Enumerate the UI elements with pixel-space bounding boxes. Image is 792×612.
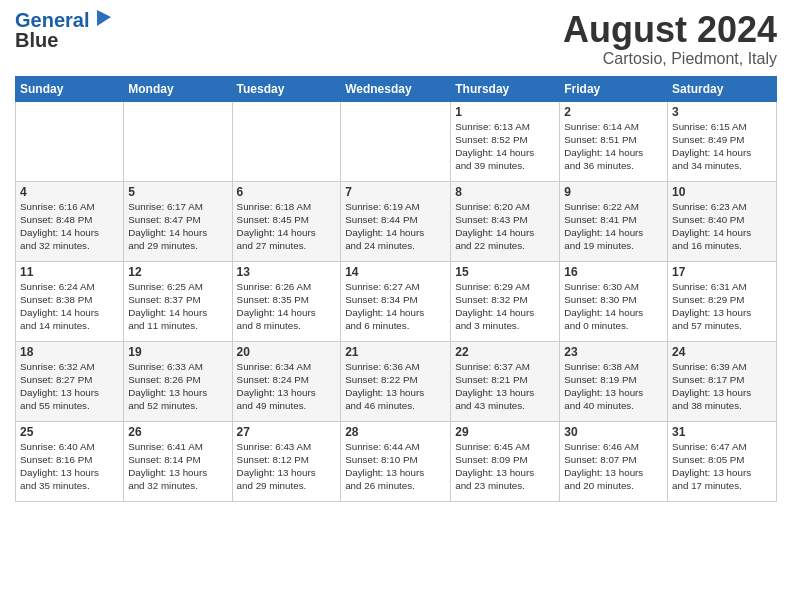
day-info: Sunrise: 6:40 AM Sunset: 8:16 PM Dayligh…	[20, 440, 119, 493]
calendar-cell: 7Sunrise: 6:19 AM Sunset: 8:44 PM Daylig…	[341, 181, 451, 261]
day-info: Sunrise: 6:32 AM Sunset: 8:27 PM Dayligh…	[20, 360, 119, 413]
calendar-header-row: SundayMondayTuesdayWednesdayThursdayFrid…	[16, 76, 777, 101]
day-number: 2	[564, 105, 663, 119]
day-number: 26	[128, 425, 227, 439]
calendar-cell: 15Sunrise: 6:29 AM Sunset: 8:32 PM Dayli…	[451, 261, 560, 341]
calendar-cell: 4Sunrise: 6:16 AM Sunset: 8:48 PM Daylig…	[16, 181, 124, 261]
day-info: Sunrise: 6:23 AM Sunset: 8:40 PM Dayligh…	[672, 200, 772, 253]
day-info: Sunrise: 6:44 AM Sunset: 8:10 PM Dayligh…	[345, 440, 446, 493]
calendar-cell: 26Sunrise: 6:41 AM Sunset: 8:14 PM Dayli…	[124, 421, 232, 501]
calendar-cell: 31Sunrise: 6:47 AM Sunset: 8:05 PM Dayli…	[668, 421, 777, 501]
day-number: 1	[455, 105, 555, 119]
calendar-cell: 27Sunrise: 6:43 AM Sunset: 8:12 PM Dayli…	[232, 421, 341, 501]
day-info: Sunrise: 6:19 AM Sunset: 8:44 PM Dayligh…	[345, 200, 446, 253]
calendar-cell: 17Sunrise: 6:31 AM Sunset: 8:29 PM Dayli…	[668, 261, 777, 341]
day-info: Sunrise: 6:34 AM Sunset: 8:24 PM Dayligh…	[237, 360, 337, 413]
logo-blue-text: Blue	[15, 29, 58, 51]
week-row-5: 25Sunrise: 6:40 AM Sunset: 8:16 PM Dayli…	[16, 421, 777, 501]
day-info: Sunrise: 6:39 AM Sunset: 8:17 PM Dayligh…	[672, 360, 772, 413]
logo-icon	[91, 8, 113, 30]
calendar-cell: 2Sunrise: 6:14 AM Sunset: 8:51 PM Daylig…	[560, 101, 668, 181]
calendar-cell	[232, 101, 341, 181]
day-number: 8	[455, 185, 555, 199]
calendar-cell: 14Sunrise: 6:27 AM Sunset: 8:34 PM Dayli…	[341, 261, 451, 341]
day-number: 27	[237, 425, 337, 439]
day-info: Sunrise: 6:33 AM Sunset: 8:26 PM Dayligh…	[128, 360, 227, 413]
calendar-cell: 11Sunrise: 6:24 AM Sunset: 8:38 PM Dayli…	[16, 261, 124, 341]
week-row-3: 11Sunrise: 6:24 AM Sunset: 8:38 PM Dayli…	[16, 261, 777, 341]
calendar-cell: 6Sunrise: 6:18 AM Sunset: 8:45 PM Daylig…	[232, 181, 341, 261]
calendar-cell: 25Sunrise: 6:40 AM Sunset: 8:16 PM Dayli…	[16, 421, 124, 501]
calendar-cell: 24Sunrise: 6:39 AM Sunset: 8:17 PM Dayli…	[668, 341, 777, 421]
day-info: Sunrise: 6:16 AM Sunset: 8:48 PM Dayligh…	[20, 200, 119, 253]
day-info: Sunrise: 6:20 AM Sunset: 8:43 PM Dayligh…	[455, 200, 555, 253]
page: General Blue August 2024 Cartosio, Piedm…	[0, 0, 792, 612]
day-header-saturday: Saturday	[668, 76, 777, 101]
day-info: Sunrise: 6:15 AM Sunset: 8:49 PM Dayligh…	[672, 120, 772, 173]
day-info: Sunrise: 6:14 AM Sunset: 8:51 PM Dayligh…	[564, 120, 663, 173]
day-number: 19	[128, 345, 227, 359]
day-number: 29	[455, 425, 555, 439]
day-number: 16	[564, 265, 663, 279]
day-number: 20	[237, 345, 337, 359]
week-row-2: 4Sunrise: 6:16 AM Sunset: 8:48 PM Daylig…	[16, 181, 777, 261]
calendar-cell: 9Sunrise: 6:22 AM Sunset: 8:41 PM Daylig…	[560, 181, 668, 261]
day-number: 24	[672, 345, 772, 359]
day-number: 3	[672, 105, 772, 119]
day-info: Sunrise: 6:24 AM Sunset: 8:38 PM Dayligh…	[20, 280, 119, 333]
calendar-cell	[124, 101, 232, 181]
day-info: Sunrise: 6:17 AM Sunset: 8:47 PM Dayligh…	[128, 200, 227, 253]
day-number: 6	[237, 185, 337, 199]
day-info: Sunrise: 6:22 AM Sunset: 8:41 PM Dayligh…	[564, 200, 663, 253]
day-info: Sunrise: 6:18 AM Sunset: 8:45 PM Dayligh…	[237, 200, 337, 253]
calendar-cell: 12Sunrise: 6:25 AM Sunset: 8:37 PM Dayli…	[124, 261, 232, 341]
day-number: 5	[128, 185, 227, 199]
day-number: 13	[237, 265, 337, 279]
calendar-table: SundayMondayTuesdayWednesdayThursdayFrid…	[15, 76, 777, 502]
day-info: Sunrise: 6:13 AM Sunset: 8:52 PM Dayligh…	[455, 120, 555, 173]
day-info: Sunrise: 6:29 AM Sunset: 8:32 PM Dayligh…	[455, 280, 555, 333]
calendar-cell: 8Sunrise: 6:20 AM Sunset: 8:43 PM Daylig…	[451, 181, 560, 261]
day-number: 30	[564, 425, 663, 439]
day-number: 22	[455, 345, 555, 359]
day-number: 28	[345, 425, 446, 439]
day-info: Sunrise: 6:41 AM Sunset: 8:14 PM Dayligh…	[128, 440, 227, 493]
day-info: Sunrise: 6:31 AM Sunset: 8:29 PM Dayligh…	[672, 280, 772, 333]
calendar-cell	[16, 101, 124, 181]
calendar-cell: 22Sunrise: 6:37 AM Sunset: 8:21 PM Dayli…	[451, 341, 560, 421]
calendar-cell: 28Sunrise: 6:44 AM Sunset: 8:10 PM Dayli…	[341, 421, 451, 501]
day-info: Sunrise: 6:38 AM Sunset: 8:19 PM Dayligh…	[564, 360, 663, 413]
subtitle: Cartosio, Piedmont, Italy	[563, 50, 777, 68]
main-title: August 2024	[563, 10, 777, 50]
day-number: 12	[128, 265, 227, 279]
day-header-thursday: Thursday	[451, 76, 560, 101]
calendar-cell: 1Sunrise: 6:13 AM Sunset: 8:52 PM Daylig…	[451, 101, 560, 181]
calendar-cell: 5Sunrise: 6:17 AM Sunset: 8:47 PM Daylig…	[124, 181, 232, 261]
day-number: 31	[672, 425, 772, 439]
day-number: 10	[672, 185, 772, 199]
calendar-cell: 30Sunrise: 6:46 AM Sunset: 8:07 PM Dayli…	[560, 421, 668, 501]
logo: General Blue	[15, 10, 113, 51]
day-info: Sunrise: 6:47 AM Sunset: 8:05 PM Dayligh…	[672, 440, 772, 493]
day-number: 14	[345, 265, 446, 279]
svg-marker-0	[97, 10, 111, 26]
week-row-4: 18Sunrise: 6:32 AM Sunset: 8:27 PM Dayli…	[16, 341, 777, 421]
day-number: 21	[345, 345, 446, 359]
day-info: Sunrise: 6:30 AM Sunset: 8:30 PM Dayligh…	[564, 280, 663, 333]
day-number: 17	[672, 265, 772, 279]
logo-text: General	[15, 10, 89, 30]
day-header-wednesday: Wednesday	[341, 76, 451, 101]
day-number: 25	[20, 425, 119, 439]
day-info: Sunrise: 6:26 AM Sunset: 8:35 PM Dayligh…	[237, 280, 337, 333]
day-number: 9	[564, 185, 663, 199]
day-header-monday: Monday	[124, 76, 232, 101]
calendar-cell: 19Sunrise: 6:33 AM Sunset: 8:26 PM Dayli…	[124, 341, 232, 421]
day-number: 4	[20, 185, 119, 199]
calendar-cell: 10Sunrise: 6:23 AM Sunset: 8:40 PM Dayli…	[668, 181, 777, 261]
week-row-1: 1Sunrise: 6:13 AM Sunset: 8:52 PM Daylig…	[16, 101, 777, 181]
calendar-cell: 3Sunrise: 6:15 AM Sunset: 8:49 PM Daylig…	[668, 101, 777, 181]
title-block: August 2024 Cartosio, Piedmont, Italy	[563, 10, 777, 68]
day-info: Sunrise: 6:46 AM Sunset: 8:07 PM Dayligh…	[564, 440, 663, 493]
calendar-cell: 20Sunrise: 6:34 AM Sunset: 8:24 PM Dayli…	[232, 341, 341, 421]
day-number: 15	[455, 265, 555, 279]
